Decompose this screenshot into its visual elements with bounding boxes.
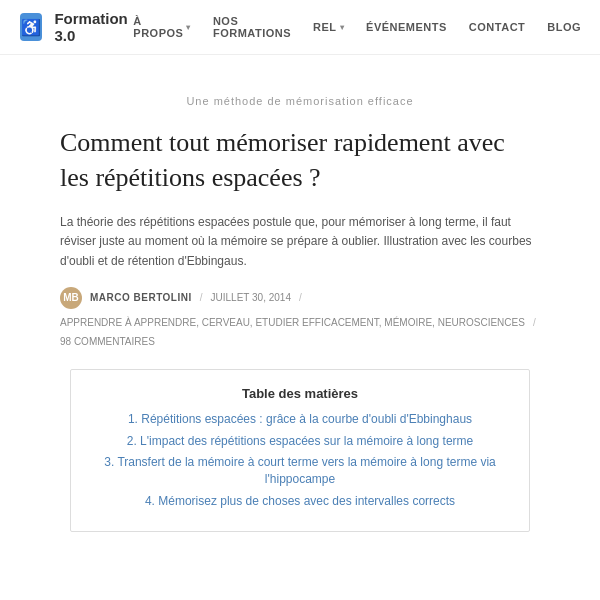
site-title: Formation 3.0 <box>54 10 133 44</box>
meta-separator-2: / <box>299 292 302 303</box>
table-of-contents: Table des matières 1. Répétitions espacé… <box>70 369 530 532</box>
category-label: Une méthode de mémorisation efficace <box>60 95 540 107</box>
main-content: Une méthode de mémorisation efficace Com… <box>0 55 600 542</box>
toc-list: 1. Répétitions espacées : grâce à la cou… <box>91 411 509 510</box>
avatar: MB <box>60 287 82 309</box>
accessibility-icon[interactable]: ♿ <box>20 13 42 41</box>
meta-separator-1: / <box>200 292 203 303</box>
article-excerpt: La théorie des répétitions espacées post… <box>60 213 540 271</box>
author-name: MARCO BERTOLINI <box>90 292 192 303</box>
meta-separator-3: / <box>533 317 536 328</box>
nav-item-blog[interactable]: BLOG <box>547 21 581 33</box>
main-nav: À PROPOS ▾ NOS FORMATIONS REL ▾ ÉVÉNEMEN… <box>133 15 600 39</box>
chevron-down-icon: ▾ <box>186 23 191 32</box>
site-header: ♿ Formation 3.0 À PROPOS ▾ NOS FORMATION… <box>0 0 600 55</box>
article-title: Comment tout mémoriser rapidement avec l… <box>60 125 540 195</box>
toc-item-2[interactable]: 2. L'impact des répétitions espacées sur… <box>91 433 509 450</box>
header-left: ♿ Formation 3.0 <box>20 10 133 44</box>
chevron-down-icon-rel: ▾ <box>340 23 345 32</box>
toc-item-1[interactable]: 1. Répétitions espacées : grâce à la cou… <box>91 411 509 428</box>
comments-count: 98 COMMENTAIRES <box>60 336 155 347</box>
toc-item-3[interactable]: 3. Transfert de la mémoire à court terme… <box>91 454 509 488</box>
publish-date: JUILLET 30, 2014 <box>211 292 291 303</box>
toc-item-4[interactable]: 4. Mémorisez plus de choses avec des int… <box>91 493 509 510</box>
nav-item-contact[interactable]: CONTACT <box>469 21 525 33</box>
nav-item-apropos[interactable]: À PROPOS ▾ <box>133 15 191 39</box>
nav-item-formations[interactable]: NOS FORMATIONS <box>213 15 291 39</box>
nav-item-evenements[interactable]: ÉVÉNEMENTS <box>366 21 447 33</box>
toc-title: Table des matières <box>91 386 509 401</box>
article-meta: MB MARCO BERTOLINI / JUILLET 30, 2014 / … <box>60 287 540 347</box>
article-categories: APPRENDRE À APPRENDRE, CERVEAU, ETUDIER … <box>60 317 525 328</box>
nav-item-rel[interactable]: REL ▾ <box>313 21 344 33</box>
